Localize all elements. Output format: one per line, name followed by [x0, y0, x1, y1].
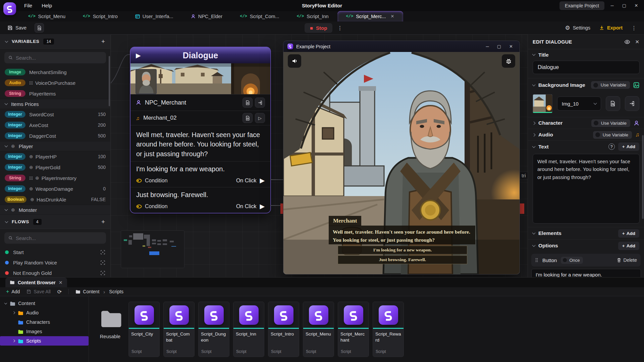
tree-item-characters[interactable]: Characters	[0, 317, 89, 327]
variable-group-player[interactable]: ⊕ Player	[0, 141, 110, 151]
preview-audio-button[interactable]: ▷	[255, 113, 265, 123]
minimize-icon[interactable]: ─	[608, 2, 616, 9]
mute-button[interactable]	[288, 54, 301, 68]
background-image-select[interactable]: Img_10	[557, 97, 601, 111]
debug-button[interactable]	[502, 54, 515, 68]
menu-file[interactable]: File	[19, 3, 37, 8]
close-icon[interactable]: ✕	[509, 44, 513, 49]
variables-search-input[interactable]	[16, 55, 102, 61]
tab-script-intro[interactable]: </> Script_Intro	[74, 11, 126, 21]
save-button[interactable]: Save	[4, 23, 30, 33]
drag-handle-icon[interactable]	[535, 258, 538, 262]
game-preview-window[interactable]: Example Project ─ ▢ ✕	[283, 41, 520, 274]
once-toggle[interactable]: Once	[561, 257, 583, 264]
open-audio-button[interactable]	[243, 113, 253, 123]
dialogue-option-button[interactable]: Just browsing. Farewell.	[338, 255, 467, 264]
add-option-button[interactable]: +Add	[618, 242, 639, 250]
variable-row[interactable]: String ⊕PlayerInventory	[0, 173, 110, 183]
node-canvas[interactable]: ▶ Dialogue	[111, 35, 528, 277]
choice-row[interactable]: Just browsing. Farewell. Condition On Cl…	[130, 187, 270, 213]
save-all-button[interactable]: Save All	[24, 289, 53, 294]
variable-row[interactable]: Integer SwordCost 150	[0, 109, 110, 120]
option-text-input[interactable]	[531, 269, 641, 277]
open-image-button[interactable]	[606, 96, 620, 111]
character-section-header[interactable]: Character Use Variable	[528, 117, 644, 129]
refresh-button[interactable]: ⟳	[55, 289, 64, 295]
asset-folder-reusable[interactable]: Reusable	[96, 302, 125, 357]
variable-row[interactable]: Audio VoiceOnPurchase	[0, 77, 110, 88]
dialogue-node-header[interactable]: ▶ Dialogue	[130, 47, 270, 63]
variable-row[interactable]: Integer ⊕WeaponDamage 0	[0, 183, 110, 194]
variable-row[interactable]: Image MerchantSmiling	[0, 67, 110, 77]
dialogue-node[interactable]: ▶ Dialogue	[130, 47, 270, 213]
variable-row[interactable]: String PlayerItems	[0, 88, 110, 99]
background-image-section-header[interactable]: Background Image Use Variable	[528, 78, 644, 92]
delete-option-button[interactable]: Delete	[617, 257, 637, 263]
tab-close-icon[interactable]: ✕	[391, 14, 394, 19]
use-variable-toggle[interactable]: Use Variable	[591, 81, 630, 89]
asset-tile[interactable]: Script_Dungeon Script	[198, 302, 229, 357]
flows-search-input[interactable]	[16, 235, 102, 241]
open-character-button[interactable]	[243, 98, 253, 108]
close-panel-icon[interactable]: ✕	[635, 39, 639, 45]
maximize-icon[interactable]: ▢	[497, 44, 501, 49]
variable-row[interactable]: Integer DaggerCost 500	[0, 130, 110, 141]
tree-item-images[interactable]: Images	[0, 327, 89, 336]
tree-item-scripts[interactable]: Scripts	[0, 336, 89, 346]
focus-frame-icon[interactable]	[100, 260, 105, 265]
node-character-row[interactable]: NPC_Merchant	[130, 94, 270, 111]
variable-row[interactable]: Integer AxeCost 200	[0, 120, 110, 130]
flows-header[interactable]: FLOWS 4 +	[0, 215, 110, 229]
focus-frame-icon[interactable]	[100, 250, 105, 255]
flows-search[interactable]	[4, 232, 106, 244]
tree-item-audio[interactable]: Audio	[0, 308, 89, 317]
open-script-button[interactable]	[35, 23, 44, 33]
title-input[interactable]	[533, 61, 640, 74]
tree-item-content[interactable]: Content	[0, 299, 89, 308]
variable-group-monster[interactable]: ⊕ Monster	[0, 205, 110, 215]
add-variable-icon[interactable]: +	[101, 38, 105, 45]
elements-section-header[interactable]: Elements +Add	[528, 227, 644, 239]
asset-tile[interactable]: Script_Merchant Script	[338, 302, 369, 357]
asset-tile[interactable]: Script_Reward Script	[373, 302, 404, 357]
background-thumbnail[interactable]	[533, 94, 552, 113]
minimize-icon[interactable]: ─	[486, 44, 489, 49]
text-section-header[interactable]: Text ? +Add	[528, 140, 644, 153]
audio-section-header[interactable]: Audio Use Variable ♫	[528, 129, 644, 140]
variable-group-items-prices[interactable]: Items Prices	[0, 99, 110, 109]
variables-search[interactable]	[4, 52, 106, 63]
tab-script-inn[interactable]: </> Script_Inn	[288, 11, 337, 21]
settings-button[interactable]: ⚙ Settings	[561, 22, 594, 34]
onclick-play-icon[interactable]: ▶	[260, 177, 265, 184]
export-button[interactable]: Export	[596, 23, 626, 33]
help-icon[interactable]: ?	[608, 143, 615, 150]
options-section-header[interactable]: Options +Add	[528, 239, 644, 252]
breadcrumb-scripts[interactable]: Scripts	[106, 289, 126, 294]
breadcrumb-content[interactable]: Content	[73, 289, 102, 294]
focus-frame-icon[interactable]	[100, 270, 105, 276]
maximize-icon[interactable]: ▢	[620, 2, 629, 9]
flow-item-start[interactable]: Start	[0, 247, 110, 257]
tab-close-icon[interactable]: ✕	[59, 280, 63, 285]
dialogue-option-button[interactable]: I'm looking for a new weapon.	[338, 246, 467, 254]
preview-titlebar[interactable]: Example Project ─ ▢ ✕	[283, 41, 520, 52]
asset-tile[interactable]: Script_Combat Script	[163, 302, 195, 357]
add-flow-icon[interactable]: +	[101, 219, 105, 225]
asset-tile[interactable]: Script_Inn Script	[233, 302, 264, 357]
variable-row[interactable]: Boolean ⊕HasDrunkAle FALSE	[0, 194, 110, 205]
swap-character-button[interactable]	[255, 98, 265, 108]
variable-row[interactable]: Integer ⊕PlayerGold 500	[0, 162, 110, 173]
asset-tile[interactable]: Script_City Script	[128, 302, 160, 357]
close-icon[interactable]: ✕	[632, 2, 641, 9]
add-text-button[interactable]: +Add	[618, 142, 639, 151]
tab-script-merchant[interactable]: </> Script_Merc... ✕	[337, 11, 403, 21]
variable-row[interactable]: Integer ⊕PlayerHP 100	[0, 151, 110, 162]
inspector-scrollbar[interactable]	[642, 135, 644, 219]
import-image-button[interactable]	[625, 96, 639, 111]
tab-npc-elder[interactable]: NPC_Elder	[182, 11, 231, 21]
use-variable-toggle[interactable]: Use Variable	[593, 131, 632, 139]
flow-item-play-random-voice[interactable]: Play Random Voice	[0, 257, 110, 268]
tab-script-combat[interactable]: </> Script_Com...	[231, 11, 288, 21]
sidebar-scrollbar[interactable]	[109, 56, 110, 106]
minimap[interactable]	[121, 230, 184, 268]
